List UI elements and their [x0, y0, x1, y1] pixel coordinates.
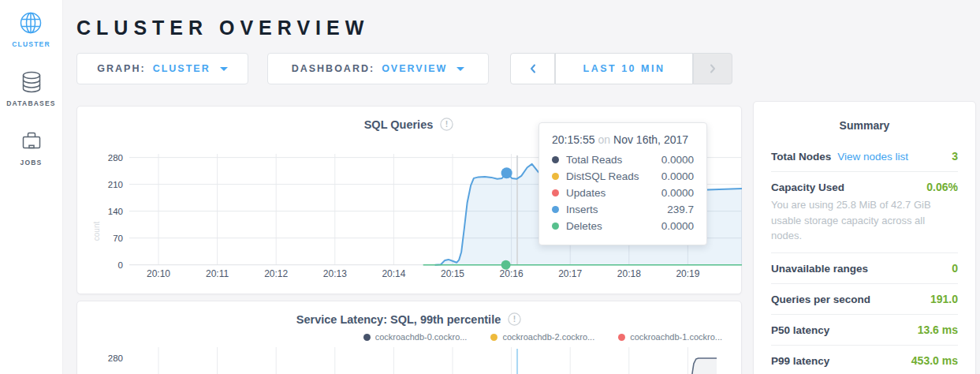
summary-value: 13.6 ms: [918, 324, 958, 336]
tooltip-series-name: Deletes: [566, 220, 654, 232]
summary-value: 3: [952, 150, 958, 163]
svg-text:210: 210: [108, 180, 123, 189]
tooltip-series-name: DistSQL Reads: [566, 170, 654, 182]
svg-text:70: 70: [113, 234, 123, 243]
svg-text:!: !: [513, 315, 516, 324]
summary-value: 0.06%: [926, 181, 958, 193]
summary-label: P99 latency: [771, 355, 829, 367]
sidebar-item-label: DATABASES: [6, 99, 55, 107]
service-latency-panel: Service Latency: SQL, 99th percentile ! …: [76, 301, 742, 374]
sql-queries-panel: SQL Queries ! 07014021028020:1020:1120:1…: [76, 106, 742, 294]
tooltip-series-name: Total Reads: [566, 154, 654, 166]
time-next-button[interactable]: [693, 53, 732, 84]
summary-row: P99 latency453.0 ms: [771, 346, 958, 374]
time-range-button[interactable]: LAST 10 MIN: [555, 53, 693, 84]
legend-item[interactable]: cockroachdb-2.cockro...: [490, 332, 594, 342]
summary-value: 453.0 ms: [911, 354, 958, 367]
latency-legend: cockroachdb-0.cockro...cockroachdb-2.coc…: [77, 327, 741, 342]
time-range-nav: LAST 10 MIN: [510, 53, 732, 84]
svg-text:20:18: 20:18: [617, 268, 641, 279]
time-prev-button[interactable]: [510, 53, 555, 84]
series-dot-icon: [552, 206, 559, 213]
chevron-right-icon: [709, 63, 717, 74]
service-latency-title: Service Latency: SQL, 99th percentile: [296, 313, 501, 326]
tooltip-row: Total Reads0.0000: [552, 151, 694, 168]
svg-text:20:11: 20:11: [206, 268, 229, 279]
series-dot-icon: [552, 189, 559, 196]
series-dot-icon: [552, 156, 559, 163]
summary-description: You are using 25.8 MiB of 42.7 GiB usabl…: [771, 197, 948, 244]
summary-row: P50 latency13.6 ms: [771, 315, 958, 346]
svg-text:0: 0: [118, 260, 123, 270]
summary-row: Capacity Used0.06%You are using 25.8 MiB…: [771, 172, 958, 253]
info-icon[interactable]: !: [439, 117, 454, 132]
graph-dropdown[interactable]: GRAPH: CLUSTER: [76, 53, 248, 84]
charts-column: SQL Queries ! 07014021028020:1020:1120:1…: [76, 106, 742, 374]
tooltip-series-value: 239.7: [667, 204, 694, 215]
summary-value: 191.0: [930, 293, 958, 305]
summary-value: 0: [952, 262, 958, 275]
series-dot-icon: [490, 334, 497, 341]
svg-text:20:17: 20:17: [558, 268, 582, 279]
series-dot-icon: [552, 173, 559, 180]
sidebar-item-jobs[interactable]: JOBS: [18, 128, 45, 166]
sidebar-item-databases[interactable]: DATABASES: [6, 69, 55, 107]
legend-label: cockroachdb-1.cockro...: [630, 332, 722, 342]
legend-label: cockroachdb-0.cockro...: [375, 332, 468, 342]
svg-text:20:16: 20:16: [500, 268, 524, 279]
summary-row: Total NodesView nodes list3: [771, 141, 958, 172]
page-title: CLUSTER OVERVIEW: [76, 17, 980, 39]
chart-hover-tooltip: 20:15:55onNov 16th, 2017 Total Reads0.00…: [538, 122, 707, 245]
series-dot-icon: [363, 334, 371, 341]
legend-label: cockroachdb-2.cockro...: [502, 332, 594, 342]
chevron-left-icon: [529, 63, 537, 74]
legend-item[interactable]: cockroachdb-0.cockro...: [363, 332, 468, 342]
series-dot-icon: [552, 223, 559, 230]
view-nodes-link[interactable]: View nodes list: [837, 151, 908, 163]
tooltip-series-value: 0.0000: [661, 220, 694, 232]
summary-label: Capacity Used: [771, 181, 844, 193]
tooltip-series-name: Updates: [566, 187, 654, 199]
database-icon: [18, 69, 45, 95]
summary-label: Queries per second: [771, 294, 870, 305]
tooltip-series-name: Inserts: [566, 204, 660, 215]
sidebar-item-label: CLUSTER: [12, 40, 50, 48]
graph-dropdown-value: CLUSTER: [153, 63, 211, 74]
sidebar-item-cluster[interactable]: CLUSTER: [12, 9, 50, 48]
tooltip-row: Deletes0.0000: [552, 218, 694, 234]
chevron-down-icon: [456, 67, 464, 71]
tooltip-series-value: 0.0000: [661, 170, 694, 182]
svg-text:20:10: 20:10: [147, 268, 170, 279]
series-dot-icon: [618, 334, 625, 341]
legend-item[interactable]: cockroachdb-1.cockro...: [618, 332, 722, 342]
graph-dropdown-label: GRAPH:: [97, 63, 145, 74]
svg-text:20:19: 20:19: [676, 268, 699, 279]
summary-title: Summary: [771, 119, 958, 132]
summary-label: P50 latency: [771, 324, 829, 336]
svg-text:20:13: 20:13: [323, 268, 347, 279]
svg-text:20:15: 20:15: [441, 268, 464, 279]
briefcase-icon: [18, 128, 45, 155]
svg-text:140: 140: [108, 207, 123, 216]
summary-label: Total Nodes: [771, 151, 831, 163]
tooltip-series-value: 0.0000: [661, 154, 694, 166]
tooltip-series-value: 0.0000: [661, 187, 694, 199]
dashboard-dropdown[interactable]: DASHBOARD: OVERVIEW: [267, 53, 489, 84]
svg-text:20:14: 20:14: [382, 268, 405, 279]
summary-row: Unavailable ranges0: [771, 253, 958, 284]
summary-panel: Summary Total NodesView nodes list3Capac…: [753, 101, 976, 374]
info-icon[interactable]: !: [507, 312, 522, 327]
sidebar: CLUSTERDATABASESJOBS: [0, 0, 63, 374]
tooltip-row: DistSQL Reads0.0000: [552, 168, 694, 185]
tooltip-row: Updates0.0000: [552, 185, 694, 201]
svg-text:!: !: [445, 120, 448, 129]
svg-text:280: 280: [108, 353, 123, 363]
dashboard-dropdown-value: OVERVIEW: [382, 63, 447, 74]
globe-icon: [17, 9, 44, 36]
sql-queries-title: SQL Queries: [364, 118, 434, 131]
svg-text:20:12: 20:12: [264, 268, 288, 279]
sidebar-item-label: JOBS: [20, 159, 43, 166]
svg-text:count: count: [92, 222, 101, 241]
service-latency-plot[interactable]: 280: [77, 346, 743, 374]
summary-row: Queries per second191.0: [771, 284, 958, 315]
